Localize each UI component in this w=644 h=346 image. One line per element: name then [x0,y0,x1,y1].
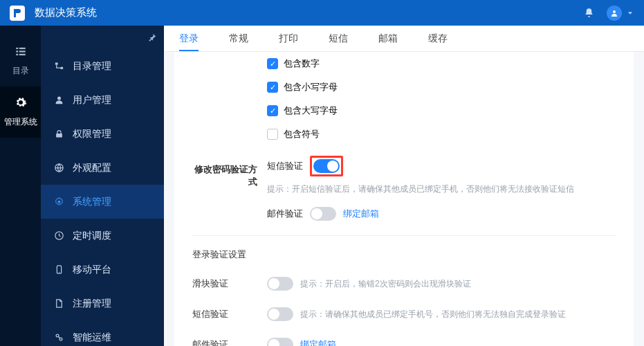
rail-item-label: 管理系统 [4,116,37,128]
bind-mail-link[interactable]: 绑定邮箱 [300,338,336,346]
checkbox-symbol[interactable]: 包含符号 [267,122,616,146]
rail-item-admin[interactable]: 管理系统 [0,86,41,138]
svg-rect-8 [60,67,63,69]
hint-text: 提示：请确保其他成员已绑定手机号，否则他们将无法独自完成登录验证 [300,309,566,320]
sub-label: 短信验证 [192,308,267,320]
doc-icon [53,298,64,309]
toggle-login-sms[interactable] [267,307,293,321]
list-icon [15,45,27,61]
tab-4[interactable]: 邮箱 [378,26,398,51]
toggle-login-mail[interactable] [267,338,293,346]
sub-label: 邮件验证 [192,338,267,346]
highlight-box [310,156,343,176]
hint-text: 提示：开启后，输错2次密码则会出现滑块验证 [300,278,471,290]
toggle-slider-verify[interactable] [267,277,293,291]
svg-point-9 [57,97,61,100]
checkbox-upper[interactable]: 包含大写字母 [267,99,616,122]
app-logo [10,6,25,21]
tab-2[interactable]: 打印 [279,26,298,51]
sidebar-item-label: 移动平台 [73,264,111,276]
svg-rect-1 [16,48,18,49]
ops-icon [53,332,64,343]
rail-item-directory[interactable]: 目录 [0,35,41,86]
group-label: 修改密码验证方式 [192,163,267,188]
hint-text: 提示：开启短信验证后，请确保其他成员已绑定手机，否则他们将无法接收验证短信 [267,183,574,195]
divider [192,235,616,236]
user-menu[interactable] [607,6,634,21]
svg-rect-2 [19,48,25,49]
tabs: 登录常规打印短信邮箱缓存 [164,26,644,52]
sidebar-item-label: 外观配置 [73,162,111,174]
checkbox-icon [267,82,278,93]
chevron-down-icon [626,9,634,17]
sub-label: 滑块验证 [192,277,267,290]
tab-5[interactable]: 缓存 [428,26,448,51]
checkbox-icon [267,58,278,69]
row-pwd-verify-mail: 邮件验证 绑定邮箱 [192,202,616,226]
sidebar: 目录管理用户管理权限管理外观配置系统管理定时调度移动平台注册管理智能运维数据连接… [41,26,164,346]
sidebar-item-mobile[interactable]: 移动平台 [41,253,164,286]
rail-item-label: 目录 [12,65,29,77]
checkbox-label: 包含大写字母 [284,104,338,117]
mobile-icon [53,264,64,275]
content: 登录常规打印短信邮箱缓存 包含数字 包含小写字母 包含大写字母 包含符号 [164,26,644,346]
settings-panel: 包含数字 包含小写字母 包含大写字母 包含符号 修改密码验证方式 [164,52,644,346]
svg-rect-10 [56,134,62,138]
sidebar-item-lock[interactable]: 权限管理 [41,117,164,151]
sidebar-item-label: 用户管理 [73,94,111,107]
checkbox-icon [267,105,278,116]
checkbox-icon [267,129,278,140]
row-pwd-verify-sms: 修改密码验证方式 短信验证 提示：开启短信验证后，请确保其他成员已绑定手机，否则… [192,156,616,195]
svg-rect-4 [19,51,25,52]
sidebar-item-ops[interactable]: 智能运维 [41,320,164,346]
gear-icon [15,96,27,112]
svg-rect-5 [16,54,18,55]
sub-label: 短信验证 [267,160,303,172]
checkbox-lower[interactable]: 包含小写字母 [267,75,616,99]
lock-icon [53,129,64,139]
checkbox-digit[interactable]: 包含数字 [267,52,616,75]
checkbox-label: 包含符号 [284,128,320,140]
sub-label: 邮件验证 [267,208,303,220]
toggle-sms-verify[interactable] [313,159,340,173]
checkbox-label: 包含数字 [284,57,320,70]
checkbox-label: 包含小写字母 [284,81,338,93]
sidebar-item-globe[interactable]: 外观配置 [41,151,164,185]
bell-icon[interactable] [584,8,594,18]
svg-rect-6 [19,54,25,55]
sidebar-item-label: 定时调度 [73,230,111,242]
svg-point-15 [58,272,59,273]
sidebar-item-doc[interactable]: 注册管理 [41,286,164,320]
svg-point-12 [57,201,60,203]
bind-mail-link[interactable]: 绑定邮箱 [343,208,379,220]
toggle-mail-verify[interactable] [310,207,336,221]
sidebar-item-tree[interactable]: 目录管理 [41,49,164,83]
avatar-icon [607,6,622,21]
gear-icon [53,197,64,207]
globe-icon [53,163,64,173]
sidebar-item-label: 智能运维 [73,331,111,344]
row-login-mail: 邮件验证 绑定邮箱 [192,333,616,346]
tree-icon [53,61,64,71]
pin-icon[interactable] [147,33,157,45]
sidebar-item-gear[interactable]: 系统管理 [41,185,164,219]
user-icon [53,95,64,105]
app-title: 数据决策系统 [35,6,571,19]
sidebar-item-clock[interactable]: 定时调度 [41,219,164,253]
svg-rect-3 [16,51,18,52]
topbar: 数据决策系统 [0,0,644,26]
nav-rail: 目录 管理系统 [0,26,41,346]
clock-icon [53,230,64,241]
svg-rect-7 [55,63,57,65]
sidebar-item-label: 目录管理 [73,60,111,73]
sidebar-item-label: 系统管理 [73,196,111,208]
tab-1[interactable]: 常规 [229,26,248,51]
tab-0[interactable]: 登录 [179,26,199,51]
row-login-sms: 短信验证 提示：请确保其他成员已绑定手机号，否则他们将无法独自完成登录验证 [192,302,616,326]
svg-point-0 [613,10,616,13]
section-heading: 登录验证设置 [192,248,616,268]
tab-3[interactable]: 短信 [329,26,348,51]
sidebar-item-user[interactable]: 用户管理 [41,83,164,117]
sidebar-item-label: 注册管理 [73,298,111,310]
sidebar-item-label: 权限管理 [73,128,111,140]
